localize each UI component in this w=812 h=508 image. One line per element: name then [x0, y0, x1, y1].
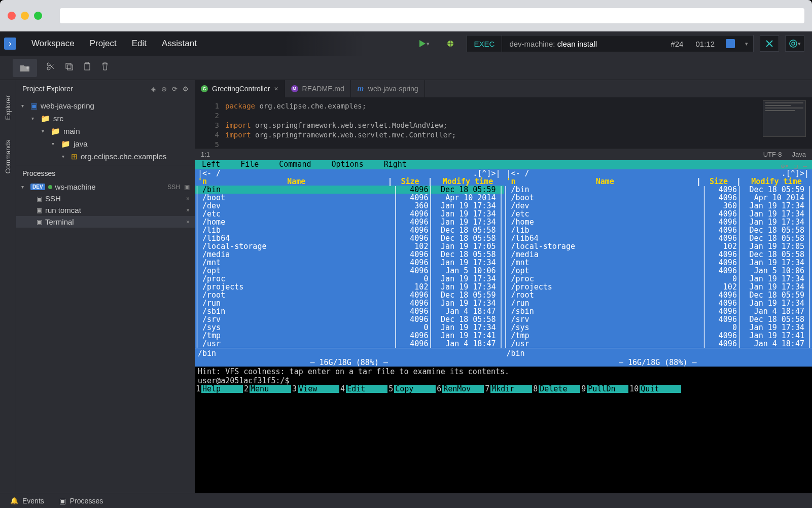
- new-terminal-icon[interactable]: ▣: [184, 184, 190, 191]
- mc-file-row[interactable]: |/mnt|4096|Jan 19 17:34|: [195, 259, 504, 267]
- mc-prompt[interactable]: user@a2051acf31f5:/$: [195, 377, 812, 385]
- rail-commands[interactable]: Commands: [4, 140, 12, 173]
- mc-file-row[interactable]: |/media|4096|Dec 18 05:58|: [504, 250, 813, 259]
- mc-file-row[interactable]: |/tmp|4096|Jan 19 17:41|: [195, 332, 504, 340]
- mc-right-panel[interactable]: |<- / .[^]>|'nName|Size|Modify time|/bin…: [504, 169, 813, 367]
- close-icon[interactable]: ×: [186, 195, 190, 202]
- mc-file-row[interactable]: |/sys|0|Jan 19 17:34|: [195, 323, 504, 332]
- mc-file-row[interactable]: |/run|4096|Jan 19 17:34|: [195, 299, 504, 307]
- close-icon[interactable]: ×: [274, 85, 278, 93]
- mc-fkey-edit[interactable]: 4Edit: [339, 385, 387, 393]
- mc-file-row[interactable]: |/proc|0|Jan 19 17:34|: [195, 275, 504, 283]
- proc-machine[interactable]: ▾ DEV ws-machine SSH ▣: [16, 181, 195, 193]
- mc-file-row[interactable]: |/srv|4096|Dec 18 05:58|: [195, 315, 504, 323]
- chevron-down-icon[interactable]: ▾: [740, 41, 753, 47]
- menu-workspace[interactable]: Workspace: [31, 39, 75, 49]
- mc-fkey-delete[interactable]: 8Delete: [532, 385, 580, 393]
- window-maximize-icon[interactable]: [34, 12, 42, 20]
- paste-button[interactable]: [83, 62, 92, 74]
- mc-fkey-mkdir[interactable]: 7Mkdir: [484, 385, 532, 393]
- window-close-icon[interactable]: [8, 12, 16, 20]
- settings-icon[interactable]: ⚙: [183, 85, 189, 93]
- ssh-label[interactable]: SSH: [167, 184, 180, 191]
- mc-file-row[interactable]: |/local-storage|102|Jan 19 17:05|: [195, 242, 504, 250]
- mc-file-row[interactable]: |/boot|4096|Apr 10 2014|: [504, 194, 813, 202]
- mc-fkey-copy[interactable]: 5Copy: [387, 385, 436, 393]
- code-editor[interactable]: 12345 package org.eclipse.che.examples; …: [195, 97, 812, 148]
- mc-file-row[interactable]: |/projects|102|Jan 19 17:34|: [195, 283, 504, 291]
- tree-package[interactable]: ▾ ⊞ org.eclipse.che.examples: [16, 150, 195, 163]
- tab-readme[interactable]: M README.md: [285, 80, 351, 97]
- mc-fkey-help[interactable]: 1Help: [195, 385, 243, 393]
- mc-fkey-pulldn[interactable]: 9PullDn: [580, 385, 628, 393]
- close-icon[interactable]: ×: [186, 207, 190, 214]
- mc-file-row[interactable]: |/root|4096|Dec 18 05:59|: [195, 291, 504, 299]
- tree-main[interactable]: ▾ 📁 main: [16, 125, 195, 137]
- mc-file-row[interactable]: |/dev|360|Jan 19 17:34|: [195, 202, 504, 210]
- mc-file-row[interactable]: |/lib|4096|Dec 18 05:58|: [195, 226, 504, 234]
- mc-left-panel[interactable]: |<- / .[^]>|'nName|Size|Modify time|/bin…: [195, 169, 504, 367]
- menu-project[interactable]: Project: [90, 39, 117, 49]
- mc-file-row[interactable]: |/sbin|4096|Jan 4 18:47|: [504, 307, 813, 315]
- copy-button[interactable]: [64, 62, 74, 74]
- proc-ssh[interactable]: ▣ SSH ×: [16, 193, 195, 204]
- mc-file-row[interactable]: |/local-storage|102|Jan 19 17:05|: [504, 242, 813, 250]
- mc-menu-command[interactable]: Command: [279, 160, 311, 169]
- mc-menu-file[interactable]: File: [240, 160, 259, 169]
- address-bar[interactable]: [60, 8, 804, 23]
- mc-file-row[interactable]: |/tmp|4096|Jan 19 17:41|: [504, 332, 813, 340]
- tab-web-java-spring[interactable]: m web-java-spring: [351, 80, 425, 97]
- proc-terminal[interactable]: ▣ Terminal ×: [16, 216, 195, 228]
- mc-file-row[interactable]: |/media|4096|Dec 18 05:58|: [195, 250, 504, 259]
- mc-file-row[interactable]: |/lib64|4096|Dec 18 05:58|: [504, 234, 813, 242]
- close-icon[interactable]: ×: [186, 219, 190, 226]
- mc-file-row[interactable]: |/dev|360|Jan 19 17:34|: [504, 202, 813, 210]
- tree-java[interactable]: ▾ 📁 java: [16, 137, 195, 150]
- mc-menu-bar[interactable]: Left File Command Options Right: [195, 160, 812, 169]
- mc-fkey-quit[interactable]: 10Quit: [628, 385, 681, 393]
- mc-file-row[interactable]: |/opt|4096|Jan 5 10:06|: [504, 267, 813, 275]
- target-button[interactable]: ▾: [785, 35, 804, 52]
- mc-file-row[interactable]: |/mnt|4096|Jan 19 17:34|: [504, 259, 813, 267]
- mc-file-row[interactable]: |/sys|0|Jan 19 17:34|: [504, 323, 813, 332]
- mc-fkey-renmov[interactable]: 6RenMov: [436, 385, 484, 393]
- exec-command-box[interactable]: EXEC dev-machine: clean install #24 01:1…: [467, 35, 754, 52]
- run-button[interactable]: ▾: [414, 35, 434, 52]
- language[interactable]: Java: [792, 151, 806, 158]
- tree-root[interactable]: ▾ ▣ web-java-spring: [16, 99, 195, 112]
- mc-file-row[interactable]: |/etc|4096|Jan 19 17:34|: [195, 210, 504, 218]
- mc-file-row[interactable]: |/run|4096|Jan 19 17:34|: [504, 299, 813, 307]
- mc-file-row[interactable]: |/projects|102|Jan 19 17:34|: [504, 283, 813, 291]
- mc-file-row[interactable]: |/usr|4096|Jan 4 18:47|: [504, 340, 813, 348]
- mc-file-row[interactable]: |/home|4096|Jan 19 17:34|: [504, 218, 813, 226]
- locate-icon[interactable]: ◈: [151, 85, 156, 93]
- mc-file-row[interactable]: |/etc|4096|Jan 19 17:34|: [504, 210, 813, 218]
- encoding[interactable]: UTF-8: [763, 151, 782, 158]
- rail-explorer[interactable]: Explorer: [4, 95, 12, 120]
- mc-file-row[interactable]: |/sbin|4096|Jan 4 18:47|: [195, 307, 504, 315]
- mc-menu-left[interactable]: Left: [202, 160, 220, 169]
- tree-src[interactable]: ▾ 📁 src: [16, 112, 195, 125]
- tab-greeting-controller[interactable]: C GreetingController ×: [195, 80, 285, 97]
- window-minimize-icon[interactable]: [21, 12, 29, 20]
- refresh-icon[interactable]: ⟳: [172, 85, 178, 93]
- delete-button[interactable]: [101, 62, 109, 74]
- minimap[interactable]: [763, 100, 806, 137]
- mc-file-row[interactable]: |/bin|4096|Dec 18 05:59|: [195, 186, 504, 194]
- mc-file-row[interactable]: |/bin|4096|Dec 18 05:59|: [504, 186, 813, 194]
- proc-tomcat[interactable]: ▣ run tomcat ×: [16, 204, 195, 216]
- main-menu-button[interactable]: ›: [4, 38, 16, 50]
- cut-button[interactable]: [46, 62, 55, 74]
- mc-file-row[interactable]: |/proc|0|Jan 19 17:34|: [504, 275, 813, 283]
- new-file-button[interactable]: [13, 59, 37, 77]
- mc-fkey-view[interactable]: 3View: [291, 385, 339, 393]
- mc-file-row[interactable]: |/boot|4096|Apr 10 2014|: [195, 194, 504, 202]
- mc-file-row[interactable]: |/lib64|4096|Dec 18 05:58|: [195, 234, 504, 242]
- mc-file-row[interactable]: |/root|4096|Dec 18 05:59|: [504, 291, 813, 299]
- mc-file-row[interactable]: |/home|4096|Jan 19 17:34|: [195, 218, 504, 226]
- mc-file-row[interactable]: |/usr|4096|Jan 4 18:47|: [195, 340, 504, 348]
- mc-menu-options[interactable]: Options: [331, 160, 363, 169]
- debug-button[interactable]: [440, 35, 461, 52]
- bottom-events[interactable]: 🔔 Events: [10, 497, 44, 505]
- menu-assistant[interactable]: Assistant: [162, 39, 197, 49]
